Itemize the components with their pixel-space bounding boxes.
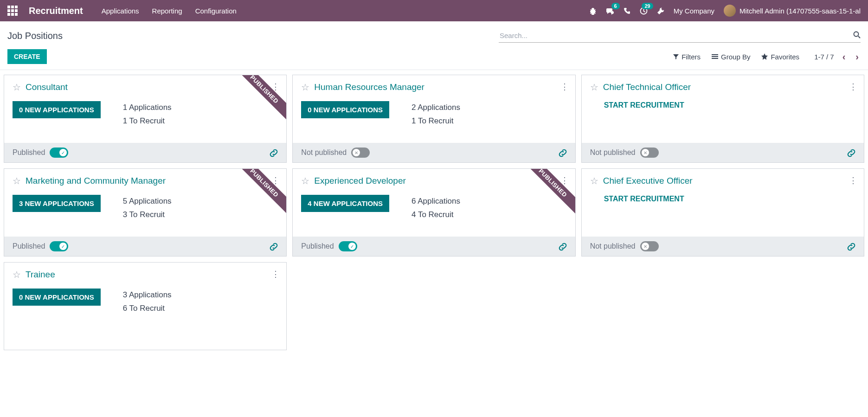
star-icon[interactable]: ☆	[13, 269, 21, 280]
pager-next[interactable]: ›	[854, 51, 861, 62]
new-applications-button[interactable]: 3 NEW APPLICATIONS	[13, 195, 101, 212]
stat-applications[interactable]: 1 Applications	[123, 101, 172, 115]
group-by-label: Group By	[721, 53, 750, 61]
app-title[interactable]: Recruitment	[29, 6, 83, 16]
card-footer: Published✓	[293, 237, 575, 256]
publish-toggle[interactable]: ✓	[339, 241, 357, 251]
card-title[interactable]: Chief Technical Officer	[603, 82, 691, 92]
publish-toggle[interactable]: ✕	[640, 148, 659, 158]
star-icon[interactable]: ☆	[590, 175, 598, 186]
main-navbar: Recruitment Applications Reporting Confi…	[0, 0, 868, 21]
link-icon[interactable]	[559, 148, 567, 158]
nav-link-applications[interactable]: Applications	[102, 7, 139, 15]
job-card: ☆Human Resources Manager⋮0 NEW APPLICATI…	[292, 75, 575, 163]
job-card: ☆Consultant⋮0 NEW APPLICATIONS1 Applicat…	[4, 75, 287, 163]
search-options: Filters Group By Favorites	[673, 53, 799, 61]
start-recruitment-button[interactable]: START RECRUITMENT	[604, 195, 855, 203]
pager-range[interactable]: 1-7 / 7	[814, 53, 834, 61]
job-card: ☆Trainee⋮0 NEW APPLICATIONS3 Application…	[4, 262, 287, 350]
new-applications-button[interactable]: 4 NEW APPLICATIONS	[301, 195, 389, 212]
user-name: Mitchell Admin (14707555-saas-15-1-al	[739, 7, 861, 15]
new-applications-button[interactable]: 0 NEW APPLICATIONS	[301, 101, 389, 118]
favorites-button[interactable]: Favorites	[761, 53, 799, 61]
card-footer: Published✓	[4, 143, 286, 162]
card-footer: Not published✕	[582, 237, 864, 256]
card-title[interactable]: Human Resources Manager	[314, 82, 424, 92]
kanban-view: ☆Consultant⋮0 NEW APPLICATIONS1 Applicat…	[0, 70, 868, 355]
card-title[interactable]: Trainee	[26, 269, 55, 280]
job-card: ☆Marketing and Community Manager⋮3 NEW A…	[4, 168, 287, 257]
phone-icon[interactable]	[624, 6, 630, 15]
card-menu-icon[interactable]: ⋮	[271, 269, 280, 279]
messages-icon[interactable]: 6	[606, 6, 614, 15]
card-menu-icon[interactable]: ⋮	[849, 82, 857, 92]
svg-point-2	[854, 32, 859, 37]
card-stats: 5 Applications3 To Recruit	[123, 195, 172, 222]
user-menu[interactable]: Mitchell Admin (14707555-saas-15-1-al	[724, 5, 861, 17]
stat-applications[interactable]: 6 Applications	[411, 195, 460, 208]
card-stats: 1 Applications1 To Recruit	[123, 101, 172, 128]
star-icon[interactable]: ☆	[301, 175, 309, 186]
publish-toggle[interactable]: ✓	[50, 148, 68, 158]
search-input[interactable]	[499, 29, 861, 43]
card-footer: Not published✕	[293, 143, 575, 162]
publish-status-label: Published	[13, 242, 45, 250]
star-icon[interactable]: ☆	[590, 82, 598, 93]
publish-status-label: Published	[13, 148, 45, 157]
stat-applications[interactable]: 3 Applications	[123, 289, 172, 302]
link-icon[interactable]	[847, 242, 855, 251]
link-icon[interactable]	[270, 148, 278, 158]
avatar	[724, 5, 736, 17]
group-by-button[interactable]: Group By	[712, 53, 750, 61]
stat-to-recruit[interactable]: 3 To Recruit	[123, 208, 172, 222]
card-menu-icon[interactable]: ⋮	[560, 82, 569, 92]
star-icon[interactable]: ☆	[13, 175, 21, 186]
link-icon[interactable]	[847, 148, 855, 158]
new-applications-button[interactable]: 0 NEW APPLICATIONS	[13, 289, 101, 306]
filters-label: Filters	[682, 53, 701, 61]
new-applications-button[interactable]: 0 NEW APPLICATIONS	[13, 101, 101, 118]
tools-icon[interactable]	[657, 6, 664, 15]
star-icon[interactable]: ☆	[13, 82, 21, 93]
stat-applications[interactable]: 5 Applications	[123, 195, 172, 208]
card-title[interactable]: Experienced Developer	[314, 176, 406, 186]
nav-link-reporting[interactable]: Reporting	[152, 7, 182, 15]
nav-link-configuration[interactable]: Configuration	[195, 7, 237, 15]
debug-icon[interactable]	[589, 6, 597, 15]
job-card: ☆Experienced Developer⋮4 NEW APPLICATION…	[292, 168, 575, 257]
card-title[interactable]: Consultant	[26, 82, 68, 92]
start-recruitment-button[interactable]: START RECRUITMENT	[604, 101, 855, 109]
activities-icon[interactable]: 29	[640, 6, 648, 15]
control-panel: Job Positions CREATE Filters Group By	[0, 21, 868, 70]
publish-toggle[interactable]: ✕	[351, 148, 370, 158]
stat-to-recruit[interactable]: 6 To Recruit	[123, 302, 172, 315]
svg-rect-5	[712, 58, 718, 59]
publish-toggle[interactable]: ✓	[50, 241, 68, 251]
card-title[interactable]: Marketing and Community Manager	[26, 176, 166, 186]
apps-menu-icon[interactable]	[7, 6, 18, 16]
publish-status-label: Not published	[590, 148, 636, 157]
publish-status-label: Not published	[301, 148, 347, 157]
link-icon[interactable]	[270, 242, 278, 251]
stat-to-recruit[interactable]: 4 To Recruit	[411, 208, 460, 222]
publish-status-label: Not published	[590, 242, 636, 250]
company-name[interactable]: My Company	[674, 7, 714, 15]
card-stats: 3 Applications6 To Recruit	[123, 289, 172, 315]
card-title[interactable]: Chief Executive Officer	[603, 176, 693, 186]
star-icon[interactable]: ☆	[301, 82, 309, 93]
filters-button[interactable]: Filters	[673, 53, 701, 61]
svg-rect-3	[712, 54, 718, 55]
stat-to-recruit[interactable]: 1 To Recruit	[411, 115, 460, 128]
pager-prev[interactable]: ‹	[841, 51, 848, 62]
card-menu-icon[interactable]: ⋮	[849, 175, 857, 186]
search-icon[interactable]	[853, 31, 861, 38]
create-button[interactable]: CREATE	[7, 49, 47, 64]
activities-badge: 29	[642, 3, 653, 9]
stat-to-recruit[interactable]: 1 To Recruit	[123, 115, 172, 128]
breadcrumb: Job Positions	[7, 31, 63, 41]
stat-applications[interactable]: 2 Applications	[411, 101, 460, 115]
messages-badge: 6	[611, 3, 620, 9]
link-icon[interactable]	[559, 242, 567, 251]
svg-rect-4	[712, 56, 718, 57]
publish-toggle[interactable]: ✕	[640, 241, 659, 251]
